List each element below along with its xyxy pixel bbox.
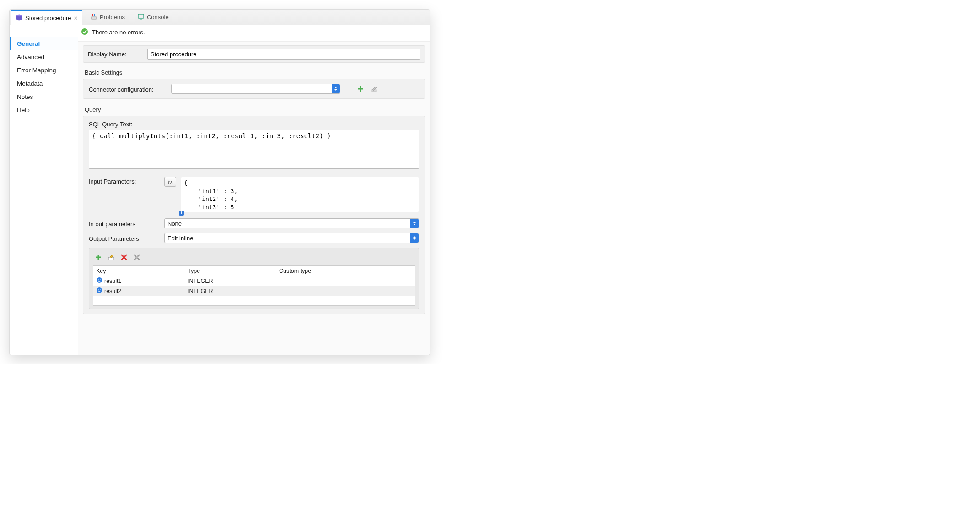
output-parameters-label: Output Parameters — [89, 234, 160, 242]
cell-key: result2 — [104, 288, 122, 294]
column-icon: C — [96, 287, 102, 295]
chevron-updown-icon — [332, 84, 340, 93]
edit-button[interactable] — [370, 84, 379, 93]
chevron-updown-icon — [410, 233, 419, 243]
svg-point-14 — [136, 256, 138, 258]
sidebar-item-error-mapping[interactable]: Error Mapping — [10, 64, 78, 77]
sql-query-text[interactable] — [89, 130, 419, 169]
console-icon — [138, 13, 144, 21]
status-text: There are no errors. — [92, 29, 145, 36]
display-name-input[interactable] — [147, 49, 420, 60]
col-type-header: Type — [185, 268, 276, 274]
in-out-parameters-dropdown[interactable]: None — [164, 218, 419, 228]
cell-key: result1 — [104, 278, 122, 284]
in-out-parameters-value: None — [167, 220, 182, 227]
svg-rect-2 — [92, 14, 93, 16]
sidebar: General Advanced Error Mapping Metadata … — [10, 25, 78, 355]
svg-rect-3 — [94, 14, 95, 16]
sidebar-item-general[interactable]: General — [10, 37, 78, 50]
tab-bar: Stored procedure × Problems Console — [10, 10, 430, 25]
sidebar-item-advanced[interactable]: Advanced — [10, 50, 78, 64]
sidebar-item-label: Error Mapping — [17, 67, 56, 74]
tab-problems[interactable]: Problems — [86, 10, 129, 25]
add-button[interactable] — [356, 84, 365, 93]
query-section: SQL Query Text: Input Parameters: ƒx i I… — [83, 116, 425, 314]
chevron-updown-icon — [410, 219, 419, 228]
svg-rect-5 — [138, 14, 144, 18]
svg-rect-4 — [91, 17, 97, 19]
svg-point-7 — [81, 28, 88, 35]
sidebar-item-label: Metadata — [17, 80, 43, 87]
close-icon[interactable]: × — [74, 15, 77, 22]
svg-rect-6 — [140, 19, 142, 20]
display-name-row: Display Name: — [83, 45, 425, 63]
column-icon: C — [96, 277, 102, 285]
output-params-toolbar — [93, 251, 415, 266]
fx-button[interactable]: ƒx — [164, 177, 176, 187]
sidebar-item-label: Help — [17, 107, 30, 114]
table-row[interactable]: C result1 INTEGER — [93, 276, 415, 286]
col-custom-header: Custom type — [276, 268, 415, 274]
add-row-button[interactable] — [94, 253, 103, 262]
sidebar-item-help[interactable]: Help — [10, 103, 78, 117]
info-icon: i — [179, 211, 184, 216]
sidebar-item-label: General — [17, 40, 40, 47]
tab-label: Stored procedure — [25, 15, 71, 22]
delete-row-button[interactable] — [119, 253, 129, 262]
check-icon — [81, 28, 88, 37]
cell-type: INTEGER — [188, 288, 213, 294]
sidebar-item-notes[interactable]: Notes — [10, 90, 78, 103]
basic-settings-section: Connector configuration: — [83, 79, 425, 99]
svg-text:C: C — [98, 288, 101, 293]
problems-icon — [91, 13, 97, 21]
sidebar-item-label: Advanced — [17, 54, 44, 60]
tab-stored-procedure[interactable]: Stored procedure × — [11, 10, 82, 25]
cell-type: INTEGER — [188, 278, 213, 284]
tab-console[interactable]: Console — [133, 10, 173, 25]
svg-text:C: C — [98, 278, 101, 282]
edit-row-button[interactable] — [107, 253, 116, 262]
connector-config-label: Connector configuration: — [89, 85, 167, 93]
status-bar: There are no errors. — [78, 25, 430, 42]
svg-rect-12 — [96, 257, 101, 258]
in-out-parameters-label: In out parameters — [89, 219, 160, 228]
editor-window: Stored procedure × Problems Console — [9, 9, 430, 355]
svg-point-1 — [16, 14, 22, 16]
svg-rect-9 — [358, 88, 363, 90]
connector-config-dropdown[interactable] — [171, 84, 340, 94]
output-parameters-value: Edit inline — [167, 235, 193, 242]
output-params-panel: Key Type Custom type C result1 INTEGER — [89, 248, 419, 309]
tools-button[interactable] — [132, 253, 141, 262]
sidebar-item-metadata[interactable]: Metadata — [10, 77, 78, 90]
sidebar-item-label: Notes — [17, 93, 33, 100]
database-icon — [16, 14, 22, 22]
display-name-label: Display Name: — [88, 51, 143, 58]
table-header-row: Key Type Custom type — [93, 266, 415, 276]
output-parameters-dropdown[interactable]: Edit inline — [164, 233, 419, 243]
col-key-header: Key — [93, 268, 185, 274]
sql-query-label: SQL Query Text: — [89, 121, 419, 128]
table-row[interactable]: C result2 INTEGER — [93, 286, 415, 296]
tab-label: Problems — [100, 14, 125, 21]
input-parameters-text[interactable] — [181, 177, 419, 212]
main-panel: There are no errors. Display Name: Basic… — [78, 25, 430, 355]
output-params-table: Key Type Custom type C result1 INTEGER — [93, 266, 415, 306]
basic-settings-title: Basic Settings — [83, 67, 425, 79]
table-empty-row — [93, 296, 415, 305]
tab-label: Console — [147, 14, 169, 21]
input-parameters-label: Input Parameters: — [89, 177, 160, 185]
query-title: Query — [83, 104, 425, 116]
